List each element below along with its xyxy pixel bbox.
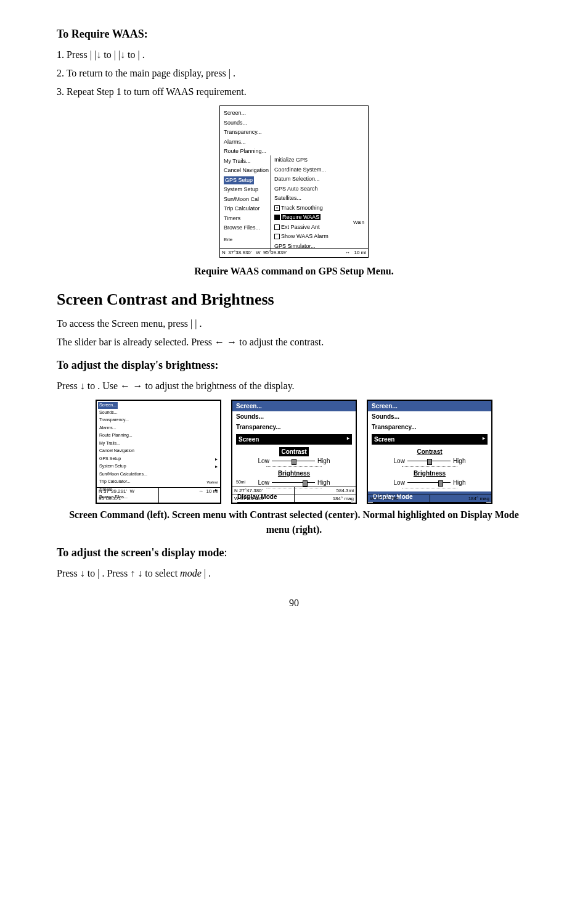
menu-item: Sun/Moon Calculations... [98, 471, 219, 479]
checkbox-icon: × [274, 205, 280, 211]
submenu-item: Initialize GPS [274, 155, 329, 165]
status-bar: N 37°39.291' W 95°09.371' ↔ 10 mi [97, 487, 220, 503]
screen-title: Screen▸ [372, 434, 488, 445]
high-label: High [453, 478, 466, 487]
header-sounds: Sounds... [368, 411, 491, 422]
menu-item: Screen... [223, 109, 365, 118]
menu-item: Route Planning... [98, 432, 219, 440]
submenu-item: Ext Passive Ant [281, 224, 320, 230]
gps-setup-screenshot: Screen... Sounds... Transparency... Alar… [219, 105, 369, 258]
dropdown-arrow-icon: ▼ [475, 503, 483, 504]
waas-step3: 3. Repeat Step 1 to turn off WAAS requir… [57, 84, 531, 99]
menu-item: Sounds... [223, 118, 365, 128]
contrast-slider [407, 461, 451, 461]
contrast-label: Contrast [279, 447, 308, 456]
high-label: High [317, 456, 330, 466]
section-display-mode-title: To adjust the screen's display mode: [57, 545, 531, 561]
menu-item: Transparency... [223, 128, 365, 138]
low-label: Low [394, 478, 405, 487]
waas-step2: 2. To return to the main page display, p… [57, 66, 531, 81]
header-transparency: Transparency... [232, 422, 356, 432]
menu-item: System Setup▸ [98, 463, 219, 471]
dropdown-arrow-icon: ▼ [340, 503, 348, 504]
menu-item: GPS Setup▸ [98, 455, 219, 463]
header-transparency: Transparency... [368, 422, 491, 432]
low-label: Low [394, 456, 405, 466]
brightness-line1: Press ↓ to . Use ← → to adjust the brigh… [57, 379, 531, 393]
submenu-item: Datum Selection... [274, 175, 329, 184]
low-label: Low [258, 456, 269, 466]
caption-waas: Require WAAS command on GPS Setup Menu. [57, 264, 531, 279]
brightness-slider [407, 482, 451, 483]
menu-item: Transparency... [98, 416, 219, 424]
brightness-label: Brightness [278, 470, 310, 477]
section-waas-title: To Require WAAS: [57, 26, 531, 43]
checkbox-icon [274, 234, 280, 239]
contrast-line1: To access the Screen menu, press | | . [57, 316, 531, 331]
map-label-walnut: Walnut [207, 480, 218, 485]
screen-command-screenshot: Screen... Sounds... Transparency... Alar… [96, 400, 221, 504]
checkbox-icon [274, 215, 280, 220]
status-bar: N 37°38.930' W 95°09.839' ↔ 10 mi [220, 248, 368, 257]
section-contrast-title: Screen Contrast and Brightness [57, 287, 531, 311]
map-label-waln: Waln [353, 219, 364, 226]
menu-item: Alarms... [223, 138, 365, 147]
menu-item: Trip Calculator... [98, 478, 219, 486]
high-label: High [453, 456, 466, 466]
submenu-item: Coordinate System... [274, 165, 329, 175]
menu-item: Alarms... [98, 424, 219, 432]
menu-item: My Trails... [98, 440, 219, 448]
submenu-track-smoothing: Track Smoothing [281, 205, 323, 211]
display-mode-screenshot: Screen... Sounds... Transparency... Scre… [367, 400, 492, 504]
status-bar: W 97°13.795' 184° mag [368, 495, 491, 503]
header-screen: Screen... [232, 401, 356, 411]
display-mode-line: Press ↓ to | . Press ↑ ↓ to select mode … [57, 566, 531, 581]
contrast-label: Contrast [417, 448, 442, 455]
menu-screen-highlighted: Screen... [98, 402, 118, 409]
menu-item: Cancel Navigation [98, 447, 219, 455]
menu-item-gps-setup: GPS Setup [224, 176, 254, 185]
brightness-label: Brightness [414, 470, 446, 477]
gps-setup-submenu: Initialize GPS Coordinate System... Datu… [271, 155, 332, 251]
checkbox-icon [274, 224, 280, 230]
submenu-item: GPS Auto Search [274, 184, 329, 194]
submenu-item: Show WAAS Alarm [281, 233, 329, 239]
caption-screen: Screen Command (left). Screen menu with … [57, 508, 531, 537]
screenshot-row: Screen... Sounds... Transparency... Alar… [57, 400, 531, 504]
contrast-line2: The slider bar is already selected. Pres… [57, 335, 531, 350]
section-brightness-title: To adjust the display's brightness: [57, 357, 531, 374]
header-screen: Screen... [368, 401, 491, 411]
submenu-require-waas: Require WAAS [281, 214, 321, 220]
waas-step1: 1. Press | |↓ to | |↓ to | . [57, 47, 531, 62]
page-number: 90 [57, 596, 531, 611]
header-sounds: Sounds... [232, 411, 356, 422]
contrast-slider [272, 461, 315, 461]
status-bar: N 27°47.380'584.3mi W 97°13.795'184° mag [232, 487, 356, 503]
submenu-item: Satellites... [274, 194, 329, 204]
map-label-erie: Erie [224, 236, 232, 244]
screen-title: Screen▸ [236, 434, 352, 445]
menu-item: Sounds... [98, 409, 219, 417]
screen-contrast-screenshot: Screen... Sounds... Transparency... Scre… [231, 400, 357, 504]
